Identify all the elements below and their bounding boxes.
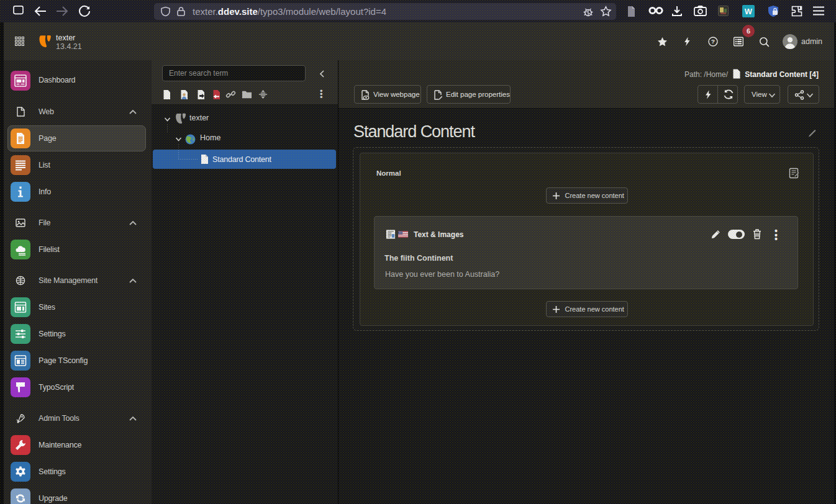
svg-text:W: W bbox=[745, 7, 753, 16]
svg-text:?: ? bbox=[711, 38, 715, 45]
